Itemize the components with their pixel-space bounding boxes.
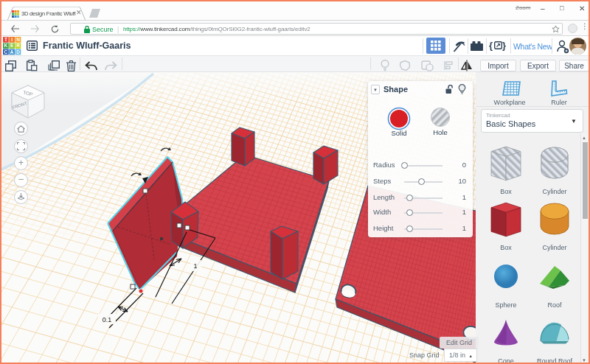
svg-text:T: T	[4, 37, 7, 42]
svg-text:N: N	[16, 37, 20, 42]
svg-text:1: 1	[193, 262, 197, 270]
svg-text:I: I	[11, 37, 13, 42]
svg-text:D: D	[16, 49, 20, 55]
svg-text:R: R	[16, 43, 20, 48]
svg-text:C: C	[4, 49, 8, 55]
svg-text:A: A	[10, 49, 14, 55]
svg-text:Hole: Hole	[433, 128, 448, 136]
svg-text:E: E	[10, 43, 14, 48]
svg-text:K: K	[4, 43, 8, 48]
svg-text:0.1: 0.1	[103, 316, 112, 323]
svg-text:Solid: Solid	[391, 129, 406, 137]
